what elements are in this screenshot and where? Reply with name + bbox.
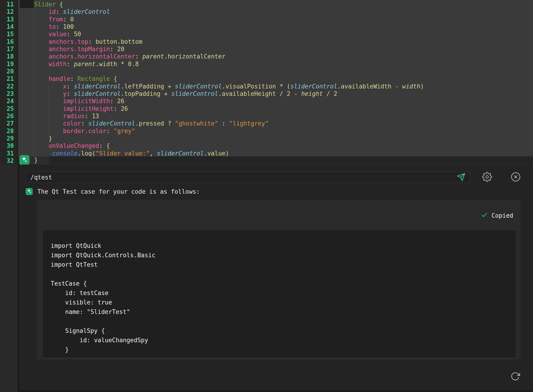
gutter-lower-strip	[0, 164, 18, 392]
code-token	[34, 83, 63, 90]
code-token: :	[67, 31, 74, 37]
screen: 1112131415161718192021222324252627282930…	[0, 0, 533, 392]
code-token: height	[301, 90, 323, 97]
code-token: .	[121, 90, 124, 97]
code-token: parent	[74, 61, 95, 67]
code-token: +	[164, 83, 175, 90]
code-token: 100	[63, 23, 74, 30]
generated-code-block[interactable]: import QtQuick import QtQuick.Controls.B…	[43, 230, 516, 358]
code-token: 13	[92, 113, 99, 120]
line-number: 31	[0, 150, 17, 157]
code-token: "ghostwhite"	[175, 120, 218, 127]
code-token	[34, 16, 49, 23]
code-line: width: parent.width * 0.8	[34, 60, 424, 68]
code-token: :	[99, 142, 106, 149]
code-token: implicitWidth	[63, 98, 110, 105]
code-line: handle: Rectangle {	[34, 75, 424, 82]
code-line: to: 100	[34, 23, 424, 30]
code-token	[34, 53, 49, 60]
code-token: sliderControl	[88, 120, 135, 127]
code-token: :	[106, 128, 114, 135]
code-token: onValueChanged	[49, 142, 99, 149]
code-token: :	[81, 120, 88, 127]
code-token	[34, 142, 49, 149]
code-line-32-row: }	[18, 156, 533, 164]
code-token: log	[81, 150, 92, 157]
prompt-input[interactable]	[26, 172, 470, 183]
code-token: implicitHeight	[63, 105, 114, 112]
code-token: sliderControl	[171, 90, 218, 97]
code-token: button.bottom	[95, 38, 143, 45]
code-line: anchors.topMargin: 20	[34, 45, 424, 53]
code-token: :	[63, 16, 70, 23]
code-token: availableHeight	[222, 90, 276, 97]
code-line: anchors.horizontalCenter: parent.horizon…	[34, 53, 424, 60]
code-token: sliderControl	[175, 83, 222, 90]
code-token: :	[67, 83, 74, 90]
code-line: color: sliderControl.pressed ? "ghostwhi…	[34, 120, 424, 127]
assistant-panel: The Qt Test case for your code is as fol…	[20, 164, 532, 389]
code-token: sliderControl	[290, 83, 337, 90]
line-number-gutter: 1112131415161718192021222324252627282930…	[0, 0, 18, 164]
code-token: .	[135, 120, 139, 127]
code-token	[34, 113, 63, 120]
code-token: :	[110, 46, 117, 52]
code-token: width	[99, 61, 117, 67]
gear-icon	[482, 172, 492, 183]
line-number: 25	[0, 105, 17, 112]
send-button[interactable]	[456, 173, 466, 182]
line-number: 18	[0, 53, 17, 60]
code-token: sliderControl	[74, 90, 121, 97]
code-token	[34, 120, 63, 127]
code-token: "Slider value:"	[95, 150, 150, 157]
code-token: 50	[74, 31, 81, 37]
settings-button[interactable]	[482, 172, 492, 182]
regenerate-button[interactable]	[510, 371, 521, 382]
generated-test-code: import QtQuick import QtQuick.Controls.B…	[43, 230, 516, 358]
code-token: pressed	[139, 120, 164, 127]
code-token: ?	[164, 120, 175, 127]
code-token: :	[56, 23, 63, 30]
code-token	[34, 150, 52, 157]
code-line	[34, 68, 424, 75]
code-token	[34, 75, 49, 82]
code-token: x	[63, 83, 67, 90]
line-number: 26	[0, 112, 17, 120]
code-line: y: sliderControl.topPadding + sliderCont…	[34, 90, 424, 98]
code-token: 26	[121, 105, 128, 112]
line-number: 13	[0, 16, 17, 23]
code-line: radius: 13	[34, 112, 424, 120]
code-token: Rectangle	[77, 75, 110, 82]
line-number: 29	[0, 135, 17, 142]
code-token: width	[402, 83, 420, 90]
code-token: :	[88, 38, 95, 45]
fold-margin-block	[20, 0, 34, 8]
line-number: 12	[0, 8, 17, 15]
code-token: :	[67, 90, 74, 97]
code-token: from	[49, 16, 63, 23]
send-icon	[457, 173, 466, 182]
copied-status: Copied	[481, 212, 513, 219]
code-line: id: sliderControl	[34, 8, 424, 15]
code-token: color	[63, 120, 81, 127]
code-token	[34, 105, 63, 112]
code-token: .	[77, 150, 81, 157]
code-token: :	[70, 75, 77, 82]
code-token	[34, 38, 49, 45]
code-line: console.log("Slider value:", sliderContr…	[34, 150, 424, 157]
code-token: )	[420, 83, 424, 90]
line-number: 24	[0, 98, 17, 105]
line-number: 27	[0, 120, 17, 127]
code-token: id	[49, 8, 56, 15]
close-button[interactable]	[511, 172, 521, 182]
response-card: Copied import QtQuick import QtQuick.Con…	[37, 200, 521, 359]
code-token: * 0.8	[117, 61, 139, 67]
code-token: "lightgrey"	[229, 120, 269, 127]
code-line: implicitWidth: 26	[34, 98, 424, 105]
code-token: :	[135, 53, 142, 60]
code-token	[34, 61, 49, 67]
code-token: anchors.topMargin	[49, 46, 110, 52]
ai-assistant-badge[interactable]	[19, 155, 29, 165]
code-editor[interactable]: Slider { id: sliderControl from: 0 to: 1…	[18, 0, 533, 156]
check-icon	[481, 212, 488, 219]
